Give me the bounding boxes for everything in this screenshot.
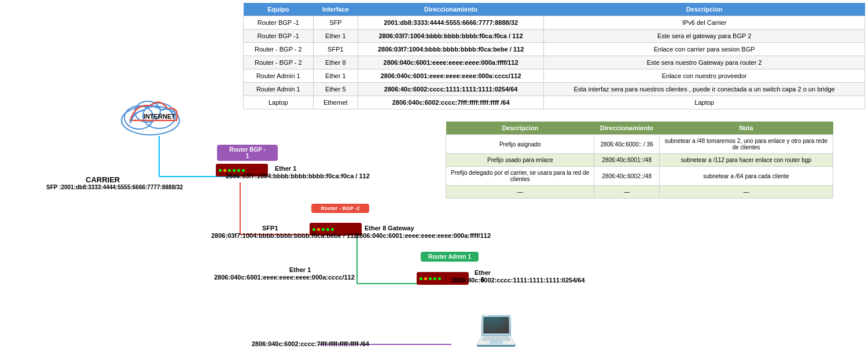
dot5 [331,228,334,231]
dot2 [317,228,320,231]
dot1 [312,228,315,231]
cell-descripcion: Enlace con carrier para sesion BGP [544,43,865,56]
cell-descripcion: Laptop [544,96,865,109]
table-row: ——— [446,186,833,199]
dot3 [322,228,325,231]
cell-interface: Ether 1 [313,30,358,43]
ether1-bgp1-ip: 2806:03f7:1004:bbbb:bbbb:bbbb:f0ca:f0ca … [226,172,370,179]
router-bgp1-box: Router BGP -1 [217,145,278,161]
table-row: Router BGP -1Ether 12806:03f7:1004:bbbb:… [244,30,865,43]
dot4 [326,228,329,231]
col2-nota: Nota [659,122,833,135]
cell2-direccionamiento: — [594,186,659,199]
table-row: Prefijo delegado por el carrier, se usar… [446,167,833,186]
cell-descripcion: IPv6 del Carrier [544,16,865,30]
dot5 [438,277,441,280]
cell2-descripcion: — [446,186,594,199]
cell2-direccionamiento: 2806:40c:6002::/48 [594,167,659,186]
dot4 [233,169,236,172]
router-admin1-label: Router Admin 1 [428,254,471,260]
router-bgp2-label: Router - BGP -2 [321,205,360,211]
cell-interface: Ether 8 [313,56,358,69]
dot6 [242,169,245,172]
ether8-gateway-label: Ether 8 Gateway [365,225,414,232]
cell-descripcion: Esta interfaz sera para nuestros cliente… [544,83,865,96]
cell-direccionamiento: 2001:db8:3333:4444:5555:6666:7777:8888/3… [358,16,544,30]
dot3 [228,169,231,172]
cell-interface: SFP [313,16,358,30]
dot4 [433,277,436,280]
cell2-descripcion: Prefijo delegado por el carrier, se usar… [446,167,594,186]
dot1 [420,277,422,280]
second-table-container: Descripcion Direccionamiento Nota Prefij… [446,122,833,199]
diagram-svg [0,81,451,359]
cell2-nota: subnetear a /64 para cada cliente [659,167,833,186]
dot2 [223,169,226,172]
ether1-bgp1-label: Ether 1 [275,165,296,172]
router-admin1-box: Router Admin 1 [421,252,479,262]
laptop-icon: 💻 [475,307,518,348]
cell-direccionamiento: 2806:03f7:1004:bbbb:bbbb:bbbb:f0ca:f0ca … [358,30,544,43]
cell2-descripcion: Prefijo asignado [446,135,594,154]
cell-descripcion: Enlace con nuestro proveedor [544,69,865,83]
table-row: Router - BGP - 2Ether 82806:040c:6001:ee… [244,56,865,69]
cell2-nota: subnetear a /48 tomaremos 2, uno para en… [659,135,833,154]
dot1 [219,169,222,172]
col2-direccionamiento: Direccionamiento [594,122,659,135]
cell2-nota: — [659,186,833,199]
diagram-container: INTERNET CARRIER SFP :2001:db8:3333:4444… [0,81,451,359]
cell-equipo: Router - BGP - 2 [244,43,314,56]
ether8-gateway-ip: 2806:040c:6001:eeee:eeee:eeee:000a:ffff/… [356,232,491,239]
carrier-sfp-label: SFP :2001:db8:3333:4444:5555:6666:7777:8… [46,184,183,190]
cell2-direccionamiento: 2806:40c:6001::/48 [594,154,659,167]
second-table: Descripcion Direccionamiento Nota Prefij… [446,122,833,199]
cell-descripcion: Este sera el gateway para BGP 2 [544,30,865,43]
cell-direccionamiento: 2806:03f7:1004:bbbb:bbbb:bbbb:f0ca:bebe … [358,43,544,56]
cell2-descripcion: Prefijo usado para enlace [446,154,594,167]
ether1-admin-ip: 2806:040c:6001:eeee:eeee:eeee:000a:cccc/… [214,274,355,281]
internet-label: INTERNET [144,113,175,120]
table-row: Router BGP -1SFP2001:db8:3333:4444:5555:… [244,16,865,30]
table-row: Router - BGP - 2SFP12806:03f7:1004:bbbb:… [244,43,865,56]
ether5-admin-ip: 2806:40c:6002:cccc:1111:1111:1111:0254/6… [451,277,585,284]
cell-interface: SFP1 [313,43,358,56]
col-descripcion: Descripcion [544,3,865,16]
table-row: Prefijo asignado2806:40c:6000:: / 36subn… [446,135,833,154]
sfp1-bgp2-ip: 2806:03f7:1004:bbbb:bbbb:bbbb:f0ca:bebe … [211,232,357,239]
router-bgp1-label: Router BGP -1 [229,146,266,159]
cell2-direccionamiento: 2806:40c:6000:: / 36 [594,135,659,154]
sfp1-bgp2-label: SFP1 [262,225,278,232]
col-equipo: Equipo [244,3,314,16]
cell-descripcion: Este sera nuestro Gateway para router 2 [544,56,865,69]
dot2 [424,277,427,280]
laptop-ip: 2806:040c:6002:cccc:7fff:ffff:ffff:ffff … [252,340,369,347]
carrier-label: CARRIER [86,175,120,184]
cell-equipo: Router BGP -1 [244,16,314,30]
dot3 [429,277,432,280]
cell-equipo: Router BGP -1 [244,30,314,43]
cell-direccionamiento: 2806:040c:6001:eeee:eeee:eeee:000a:ffff/… [358,56,544,69]
col-direccionamiento: Direccionamiento [358,3,544,16]
col2-descripcion: Descripcion [446,122,594,135]
col-interface: Interface [313,3,358,16]
table-row: Prefijo usado para enlace2806:40c:6001::… [446,154,833,167]
router-bgp2-box: Router - BGP -2 [311,204,369,213]
cell2-nota: subnetear a /112 para hacer enlace con r… [659,154,833,167]
ether1-admin-label: Ether 1 [289,266,311,273]
cell-equipo: Router - BGP - 2 [244,56,314,69]
dot5 [237,169,240,172]
